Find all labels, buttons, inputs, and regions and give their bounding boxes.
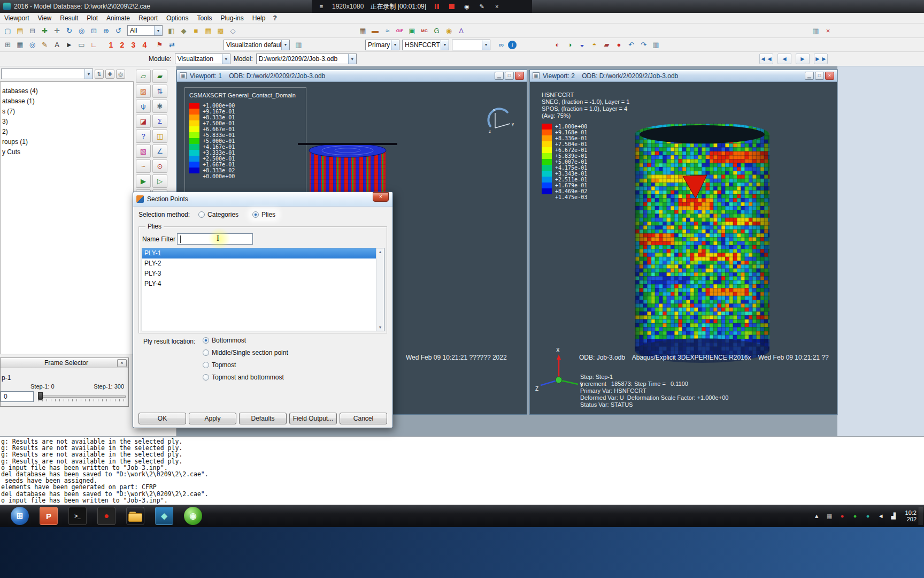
field-variable-combo[interactable]: HSNFCCRT ▼ <box>402 40 449 50</box>
grid-icon[interactable]: ⊞ <box>2 39 13 50</box>
viewport-2-canvas[interactable]: HSNFCCRTSNEG, (fraction = -1.0), Layer =… <box>530 82 837 414</box>
viewport-count-2[interactable]: 2 <box>117 41 127 49</box>
mc-icon[interactable]: MC <box>419 25 430 36</box>
viewport-count-3[interactable]: 3 <box>128 41 138 49</box>
location-topmost[interactable]: Topmost <box>203 361 288 369</box>
scroll-down-icon[interactable]: ▼ <box>379 324 382 331</box>
apply-button[interactable]: Apply <box>189 413 236 424</box>
tree-filter-icon[interactable]: ◎ <box>116 70 125 79</box>
tray-network-icon[interactable]: ▟ <box>890 512 898 520</box>
film-icon[interactable]: ▥ <box>810 25 821 36</box>
ruler-icon[interactable]: ▬ <box>369 25 381 36</box>
name-filter-input[interactable] <box>177 233 253 245</box>
dialog-titlebar[interactable]: Section Points <box>133 192 392 207</box>
tree-item[interactable]: roups (1) <box>1 137 133 147</box>
color-code-icon[interactable]: ▧ <box>136 144 151 158</box>
recorder-menu-icon[interactable]: ≡ <box>317 2 326 11</box>
frame-slider[interactable] <box>38 392 126 401</box>
viewport-count-4[interactable]: 4 <box>140 41 150 49</box>
frame-selector-titlebar[interactable]: Frame Selector × <box>1 358 128 368</box>
menu-plot[interactable]: Plot <box>82 13 102 23</box>
beaker-icon[interactable]: Δ <box>456 25 467 36</box>
field-output-button[interactable]: Field Output... <box>289 413 337 424</box>
xy-data-icon[interactable]: ∠ <box>152 144 167 158</box>
menu-help[interactable]: Help <box>248 13 270 23</box>
abaqus-icon[interactable]: ◆ <box>155 507 173 525</box>
flag-icon[interactable]: ⚑ <box>154 39 165 50</box>
shaded-cube-icon[interactable]: ■ <box>190 25 202 36</box>
front-view-icon[interactable]: ◧ <box>166 25 177 36</box>
record-icon[interactable]: ● <box>97 507 116 525</box>
frame-selector-panel[interactable]: Frame Selector × p-1 Step-1: 0 Step-1: 3… <box>0 358 129 407</box>
tray-teal-icon[interactable]: ● <box>864 512 872 520</box>
gif-icon[interactable]: GIF <box>394 25 405 36</box>
chevron-down-icon[interactable]: ▼ <box>281 40 289 50</box>
viewport-2[interactable]: ▦ Viewport: 2 ODB: D:/work/2/0209/2/Job-… <box>529 70 837 415</box>
viewport-2-titlebar[interactable]: ▦ Viewport: 2 ODB: D:/work/2/0209/2/Job-… <box>530 70 837 82</box>
play-icon[interactable]: ► <box>796 54 810 64</box>
chevron-down-icon[interactable]: ▼ <box>482 40 490 50</box>
list-scrollbar[interactable]: ▲ ▼ <box>376 248 384 331</box>
frame-slider-track[interactable] <box>38 396 126 398</box>
info-icon[interactable]: i <box>508 41 517 49</box>
donut4-icon[interactable]: ◓ <box>589 39 600 50</box>
stop-recording-button[interactable] <box>448 2 456 11</box>
plot-symbols-icon[interactable]: ⇅ <box>152 85 167 98</box>
pan-icon[interactable]: ✛ <box>51 25 63 36</box>
contour-cylinder-model[interactable] <box>632 116 773 373</box>
chart-icon[interactable]: ▥ <box>293 39 304 50</box>
cancel-button[interactable]: Cancel <box>340 413 387 424</box>
tray-green-icon[interactable]: ● <box>851 512 859 520</box>
close-icon[interactable]: × <box>117 359 127 367</box>
viewport-1-titlebar[interactable]: ▦ Viewport: 1 ODB: D:/work/2/0209/2/Job-… <box>177 70 527 82</box>
tree-expand-icon[interactable]: ✚ <box>105 70 114 79</box>
open-icon[interactable]: ▤ <box>14 25 26 36</box>
chevron-down-icon[interactable]: ▼ <box>154 26 162 35</box>
show-desktop-button[interactable] <box>919 507 923 525</box>
menu-tools[interactable]: Tools <box>192 13 216 23</box>
delete-viewport-icon[interactable]: × <box>822 25 834 36</box>
recorder-close-icon[interactable]: × <box>492 2 501 11</box>
wave-icon[interactable]: ≈ <box>382 25 393 36</box>
paint-icon[interactable]: ▰ <box>601 39 612 50</box>
tree-item[interactable]: 2) <box>1 127 133 137</box>
folder-icon[interactable] <box>126 507 144 525</box>
menu-plug-ins[interactable]: Plug-ins <box>216 13 248 23</box>
tray-record-icon[interactable]: ● <box>838 512 846 520</box>
window-titlebar[interactable]: 2016 - Model Database: D:\work\2\0209\2\… <box>0 0 924 13</box>
menu-view[interactable]: View <box>33 13 56 23</box>
close-icon[interactable]: × <box>825 72 834 80</box>
tree-item[interactable]: atabases (4) <box>1 86 133 96</box>
pencil-icon[interactable]: ✎ <box>478 2 486 11</box>
tray-volume-icon[interactable]: ◄ <box>877 512 885 520</box>
maximize-icon[interactable]: □ <box>505 72 514 80</box>
taskbar-clock[interactable]: 10:2 202 <box>905 509 917 522</box>
ok-button[interactable]: OK <box>138 413 186 424</box>
close-icon[interactable]: × <box>373 192 389 202</box>
minimize-icon[interactable]: ▁ <box>805 72 814 80</box>
animate-scale-icon[interactable]: ▷ <box>152 174 167 188</box>
chevron-down-icon[interactable]: ▼ <box>441 40 449 50</box>
fit-view-icon[interactable]: ⊕ <box>101 25 112 36</box>
donut2-icon[interactable]: ◑ <box>564 39 575 50</box>
list-item-ply-4[interactable]: PLY-4 <box>142 279 384 289</box>
chevron-down-icon[interactable]: ▼ <box>348 54 356 64</box>
iso-view-icon[interactable]: ◆ <box>178 25 189 36</box>
compass-icon[interactable]: ◉ <box>443 25 455 36</box>
prev-frame-icon[interactable]: ◄ <box>777 54 791 64</box>
powerpoint-icon[interactable]: P <box>40 507 58 525</box>
location-topmost-and-bottommost[interactable]: Topmost and bottommost <box>203 374 288 381</box>
field-output-icon[interactable]: Σ <box>152 115 167 128</box>
plot-contours-icon[interactable]: ▨ <box>136 85 151 98</box>
concrete-icon[interactable]: ▦ <box>357 25 368 36</box>
text-icon[interactable]: A <box>51 39 63 50</box>
film-icon[interactable]: ▥ <box>650 39 661 50</box>
minimize-icon[interactable]: ▁ <box>495 72 504 80</box>
path-icon[interactable]: ~ <box>136 159 151 173</box>
scroll-up-icon[interactable]: ▲ <box>379 248 382 255</box>
model-combo[interactable]: D:/work/2/0209/2/Job-3.odb ▼ <box>256 54 357 64</box>
zoom-box-icon[interactable]: ⊡ <box>88 25 99 36</box>
list-item-ply-3[interactable]: PLY-3 <box>142 269 384 279</box>
donut1-icon[interactable]: ◐ <box>552 39 563 50</box>
plot-undeformed-icon[interactable]: ▱ <box>136 70 151 83</box>
